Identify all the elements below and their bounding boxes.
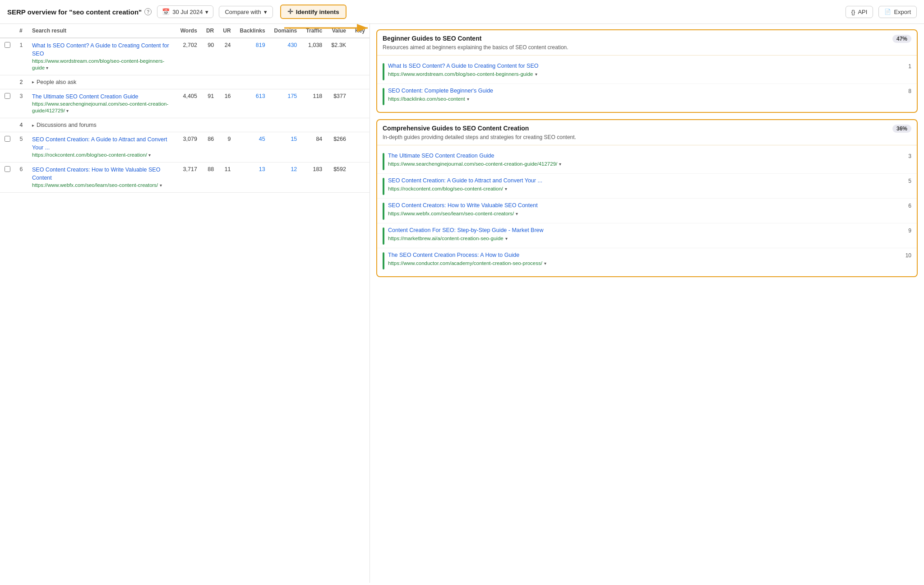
export-button[interactable]: 📄 Export bbox=[878, 6, 917, 18]
intent-result-title[interactable]: SEO Content Creation: A Guide to Attract… bbox=[388, 177, 905, 185]
backlinks-cell[interactable]: 613 bbox=[236, 89, 270, 118]
intent-result-title[interactable]: SEO Content: Complete Beginner's Guide bbox=[388, 87, 905, 95]
intent-card-title: Comprehensive Guides to SEO Content Crea… bbox=[383, 125, 889, 132]
url-dropdown-icon[interactable]: ▾ bbox=[505, 186, 507, 192]
intent-result-title[interactable]: The SEO Content Creation Process: A How … bbox=[388, 251, 902, 260]
intent-result-item: Content Creation For SEO: Step-by-Step G… bbox=[377, 223, 917, 248]
intent-result-title[interactable]: SEO Content Creators: How to Write Valua… bbox=[388, 202, 905, 210]
result-url[interactable]: https://www.searchenginejournal.com/seo-… bbox=[32, 101, 168, 113]
domains-cell[interactable]: 175 bbox=[270, 89, 302, 118]
intent-result-url[interactable]: https://marketbrew.ai/a/content-creation… bbox=[388, 235, 905, 242]
intent-result-title[interactable]: Content Creation For SEO: Step-by-Step G… bbox=[388, 227, 905, 235]
domains-cell[interactable]: 12 bbox=[270, 162, 302, 193]
special-label[interactable]: ▸ Discussions and forums bbox=[28, 118, 370, 132]
date-chevron-icon bbox=[205, 9, 208, 15]
backlinks-cell[interactable]: 13 bbox=[236, 162, 270, 193]
special-row-label: People also ask bbox=[37, 79, 76, 85]
value-cell: $266 bbox=[327, 132, 351, 162]
words-cell: 3,079 bbox=[176, 132, 202, 162]
expand-icon: ▸ bbox=[32, 79, 34, 84]
intent-badge: 47% bbox=[892, 35, 911, 43]
row-checkbox[interactable] bbox=[5, 42, 10, 48]
url-dropdown-icon[interactable]: ▾ bbox=[160, 183, 162, 188]
row-num: 5 bbox=[15, 132, 28, 162]
row-checkbox[interactable] bbox=[5, 93, 10, 99]
result-title[interactable]: SEO Content Creation: A Guide to Attract… bbox=[32, 136, 171, 152]
url-dropdown-icon[interactable]: ▾ bbox=[544, 260, 546, 266]
result-title[interactable]: The Ultimate SEO Content Creation Guide bbox=[32, 93, 171, 101]
value-cell: $377 bbox=[327, 89, 351, 118]
row-checkbox[interactable] bbox=[5, 166, 10, 172]
checkbox-cell[interactable] bbox=[0, 132, 15, 162]
intent-result-num: 5 bbox=[908, 177, 911, 184]
url-dropdown-icon[interactable]: ▾ bbox=[148, 153, 151, 158]
url-dropdown-icon[interactable]: ▾ bbox=[467, 96, 469, 102]
col-header-backlinks: Backlinks bbox=[236, 24, 270, 38]
checkbox-cell[interactable] bbox=[0, 162, 15, 193]
intent-result-num: 9 bbox=[908, 227, 911, 234]
intent-card-desc: In-depth guides providing detailed steps… bbox=[383, 134, 889, 141]
intent-result-title[interactable]: What Is SEO Content? A Guide to Creating… bbox=[388, 62, 905, 70]
intent-result-url[interactable]: https://www.conductor.com/academy/conten… bbox=[388, 260, 902, 267]
intent-card-title: Beginner Guides to SEO Content bbox=[383, 35, 889, 42]
dr-cell: 88 bbox=[202, 162, 218, 193]
col-header-checkbox bbox=[0, 24, 15, 38]
result-url[interactable]: https://rockcontent.com/blog/seo-content… bbox=[32, 152, 151, 158]
checkbox-cell[interactable] bbox=[0, 38, 15, 75]
intent-result-title[interactable]: The Ultimate SEO Content Creation Guide bbox=[388, 152, 905, 160]
result-title[interactable]: What Is SEO Content? A Guide to Creating… bbox=[32, 42, 171, 58]
url-dropdown-icon[interactable]: ▾ bbox=[516, 211, 518, 217]
intent-card-beginner: Beginner Guides to SEO Content Resources… bbox=[376, 29, 918, 113]
intent-result-item: The SEO Content Creation Process: A How … bbox=[377, 248, 917, 273]
domains-cell[interactable]: 430 bbox=[270, 38, 302, 75]
url-dropdown-icon[interactable]: ▾ bbox=[535, 71, 537, 77]
date-picker-button[interactable]: 📅 30 Jul 2024 bbox=[157, 5, 213, 18]
url-dropdown-icon[interactable]: ▾ bbox=[46, 65, 48, 70]
domains-cell[interactable]: 15 bbox=[270, 132, 302, 162]
api-button[interactable]: {} API bbox=[845, 6, 873, 18]
intent-result-content: The Ultimate SEO Content Creation Guide … bbox=[388, 152, 905, 167]
compare-chevron-icon bbox=[264, 9, 267, 15]
intent-badge: 36% bbox=[892, 125, 911, 133]
calendar-icon: 📅 bbox=[162, 8, 170, 15]
intent-result-url[interactable]: https://backlinko.com/seo-content ▾ bbox=[388, 96, 905, 102]
intent-card-header-left: Comprehensive Guides to SEO Content Crea… bbox=[383, 125, 889, 141]
url-dropdown-icon[interactable]: ▾ bbox=[559, 161, 561, 167]
intent-result-content: The SEO Content Creation Process: A How … bbox=[388, 251, 902, 267]
result-cell: The Ultimate SEO Content Creation Guide … bbox=[28, 89, 176, 118]
intent-result-num: 1 bbox=[908, 62, 911, 70]
backlinks-cell[interactable]: 45 bbox=[236, 132, 270, 162]
row-num: 6 bbox=[15, 162, 28, 193]
expand-icon: ▸ bbox=[32, 123, 34, 128]
checkbox-cell[interactable] bbox=[0, 89, 15, 118]
intent-result-num: 10 bbox=[906, 251, 911, 259]
result-title[interactable]: SEO Content Creators: How to Write Valua… bbox=[32, 166, 171, 182]
intent-result-url[interactable]: https://www.webfx.com/seo/learn/seo-cont… bbox=[388, 210, 905, 217]
intent-card-header: Comprehensive Guides to SEO Content Crea… bbox=[377, 120, 917, 145]
url-dropdown-icon[interactable]: ▾ bbox=[505, 236, 508, 241]
url-dropdown-icon[interactable]: ▾ bbox=[66, 108, 69, 113]
col-header-dr: DR bbox=[202, 24, 218, 38]
ur-cell: 24 bbox=[218, 38, 235, 75]
intent-result-url[interactable]: https://rockcontent.com/blog/seo-content… bbox=[388, 186, 905, 192]
backlinks-cell[interactable]: 819 bbox=[236, 38, 270, 75]
dr-cell: 86 bbox=[202, 132, 218, 162]
intent-result-url[interactable]: https://www.searchenginejournal.com/seo-… bbox=[388, 161, 905, 167]
col-header-value: Value bbox=[327, 24, 351, 38]
result-cell: SEO Content Creators: How to Write Valua… bbox=[28, 162, 176, 193]
intent-green-bar bbox=[383, 228, 384, 245]
identify-intents-button[interactable]: ✛ Identify intents bbox=[280, 5, 346, 19]
title-text: SERP overview for "seo content creation" bbox=[7, 8, 142, 16]
row-checkbox[interactable] bbox=[5, 136, 10, 142]
key-cell bbox=[351, 38, 370, 75]
intent-result-url[interactable]: https://www.wordstream.com/blog/seo-cont… bbox=[388, 71, 905, 78]
result-url[interactable]: https://www.webfx.com/seo/learn/seo-cont… bbox=[32, 182, 162, 188]
key-cell bbox=[351, 132, 370, 162]
result-url[interactable]: https://www.wordstream.com/blog/seo-cont… bbox=[32, 58, 164, 70]
export-label: Export bbox=[894, 9, 911, 15]
special-label[interactable]: ▸ People also ask bbox=[28, 75, 370, 89]
compare-with-button[interactable]: Compare with bbox=[219, 6, 273, 18]
help-icon[interactable]: ? bbox=[144, 8, 152, 15]
intent-result-content: SEO Content Creators: How to Write Valua… bbox=[388, 202, 905, 217]
key-cell bbox=[351, 162, 370, 193]
